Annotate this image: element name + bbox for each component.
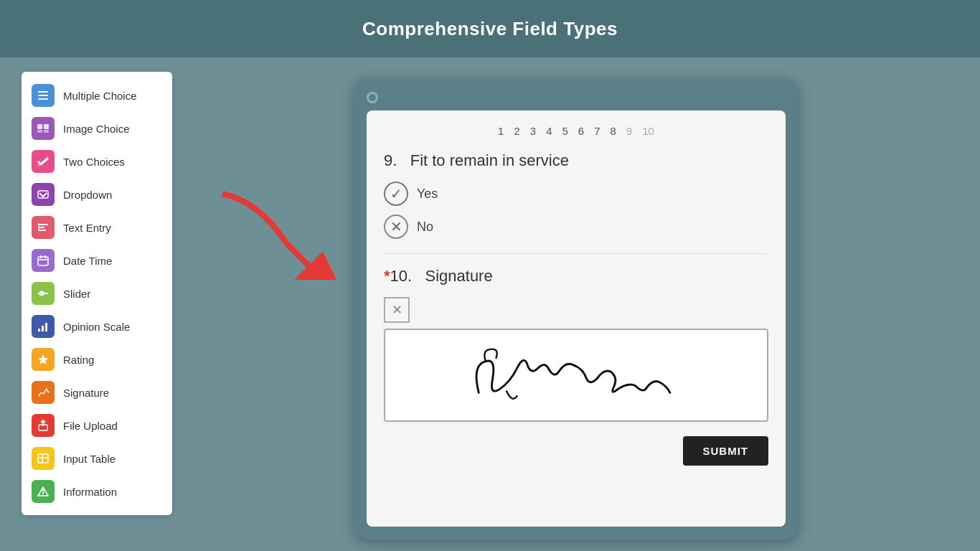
checkmark-icon: ✓ [390,185,402,202]
input-table-icon [32,447,55,470]
sidebar-item-input-table[interactable]: Input Table [22,442,172,475]
sidebar-label-two-choices: Two Choices [63,156,125,168]
choice-no[interactable]: ✕ No [384,215,768,239]
sidebar-label-slider: Slider [63,288,90,300]
page-title: Comprehensive Field Types [362,18,618,40]
sidebar-label-text-entry: Text Entry [63,222,111,234]
page-num-6[interactable]: 6 [578,125,584,137]
sidebar-label-information: Information [63,486,117,498]
signature-clear-button[interactable]: ✕ [384,297,410,323]
two-choices-icon [32,150,55,173]
sidebar-item-opinion-scale[interactable]: Opinion Scale [22,310,172,343]
preview-area: 12345678910 9. Fit to remain in service … [194,72,958,537]
multiple-choice-icon [32,84,55,107]
sidebar-item-information[interactable]: Information [22,475,172,508]
arrow-annotation [201,187,344,273]
x-clear-icon: ✕ [392,302,402,318]
signature-box[interactable] [384,329,768,422]
svg-point-29 [42,489,44,491]
main-content: Multiple ChoiceImage ChoiceTwo ChoicesDr… [0,57,980,551]
image-choice-icon [32,117,55,140]
svg-rect-12 [38,223,39,231]
file-upload-icon [32,414,55,437]
opinion-scale-icon [32,315,55,338]
page-num-5[interactable]: 5 [562,125,567,137]
sidebar-label-opinion-scale: Opinion Scale [63,321,130,333]
page-num-8[interactable]: 8 [611,125,616,137]
svg-rect-1 [38,95,48,96]
sidebar-label-dropdown: Dropdown [63,189,112,201]
question-10: *10. Signature ✕ [384,267,768,422]
page-num-9[interactable]: 9 [626,125,632,137]
sidebar-label-image-choice: Image Choice [63,123,130,135]
page-num-10[interactable]: 10 [642,125,654,137]
dropdown-icon [32,183,55,206]
tablet-frame: 12345678910 9. Fit to remain in service … [354,79,798,540]
svg-marker-22 [38,354,48,364]
sidebar-label-signature: Signature [63,387,109,399]
rating-icon [32,348,55,371]
svg-rect-5 [37,130,42,133]
tablet-camera [367,92,378,103]
sidebar: Multiple ChoiceImage ChoiceTwo ChoicesDr… [22,72,172,515]
svg-rect-6 [44,130,49,133]
choice-no-label: No [417,220,433,235]
choice-no-circle: ✕ [384,215,408,239]
choice-yes-circle: ✓ [384,182,408,206]
sidebar-label-multiple-choice: Multiple Choice [63,90,137,102]
sidebar-item-file-upload[interactable]: File Upload [22,409,172,442]
sidebar-item-multiple-choice[interactable]: Multiple Choice [22,79,172,112]
choice-yes[interactable]: ✓ Yes [384,182,768,206]
choice-yes-label: Yes [417,187,438,202]
sidebar-item-dropdown[interactable]: Dropdown [22,178,172,211]
divider [384,253,768,254]
svg-rect-0 [38,91,48,93]
svg-rect-24 [38,454,48,463]
sidebar-label-rating: Rating [63,354,94,366]
tablet-screen: 12345678910 9. Fit to remain in service … [367,110,786,527]
page-num-1[interactable]: 1 [498,125,504,137]
x-icon: ✕ [390,218,402,235]
sidebar-item-date-time[interactable]: Date Time [22,244,172,277]
svg-rect-9 [38,224,48,225]
sidebar-item-rating[interactable]: Rating [22,343,172,376]
header: Comprehensive Field Types [0,0,980,57]
question-10-title: *10. Signature [384,267,768,286]
submit-area: SUBMIT [384,436,768,466]
page-num-2[interactable]: 2 [514,125,519,137]
svg-point-18 [39,291,44,296]
svg-rect-21 [45,323,47,331]
date-time-icon [32,249,55,272]
svg-rect-2 [38,98,48,100]
sidebar-item-text-entry[interactable]: Text Entry [22,211,172,244]
information-icon [32,480,55,503]
svg-rect-20 [42,326,44,331]
svg-rect-4 [44,124,49,129]
svg-marker-31 [305,262,316,273]
sidebar-item-two-choices[interactable]: Two Choices [22,145,172,178]
signature-icon [32,381,55,404]
svg-rect-19 [38,329,40,331]
sidebar-item-image-choice[interactable]: Image Choice [22,112,172,145]
svg-line-7 [38,157,48,166]
signature-drawing [385,330,767,420]
submit-button[interactable]: SUBMIT [683,436,769,466]
sidebar-label-file-upload: File Upload [63,420,118,432]
svg-rect-13 [38,257,48,265]
text-entry-icon [32,216,55,239]
page-num-4[interactable]: 4 [546,125,552,137]
sidebar-label-date-time: Date Time [63,255,112,267]
page-numbers: 12345678910 [384,125,768,137]
sidebar-item-slider[interactable]: Slider [22,277,172,310]
page-num-7[interactable]: 7 [594,125,600,137]
sidebar-item-signature[interactable]: Signature [22,376,172,409]
question-9: 9. Fit to remain in service ✓ Yes [384,151,768,239]
sidebar-label-input-table: Input Table [63,453,116,465]
question-9-title: 9. Fit to remain in service [384,151,768,170]
svg-rect-3 [37,124,42,129]
slider-icon [32,282,55,305]
page-num-3[interactable]: 3 [530,125,536,137]
